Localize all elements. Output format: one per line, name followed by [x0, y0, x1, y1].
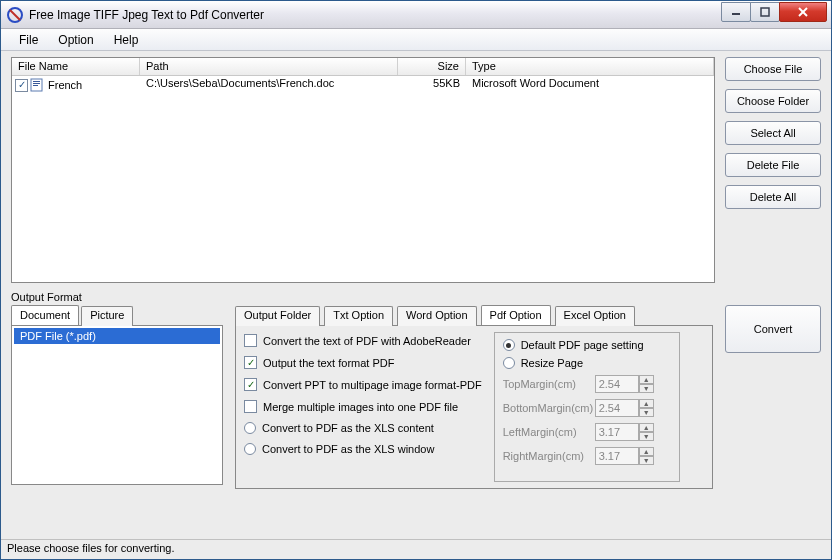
svg-rect-6 [33, 81, 40, 82]
rb-resize-page[interactable]: Resize Page [503, 357, 671, 369]
tab-word-option[interactable]: Word Option [397, 306, 477, 326]
top-margin-input[interactable] [595, 375, 639, 393]
top-row: File Name Path Size Type ✓ French [11, 57, 821, 283]
window-controls [722, 2, 827, 22]
bottom-margin-input[interactable] [595, 399, 639, 417]
col-size[interactable]: Size [398, 58, 466, 75]
svg-rect-2 [761, 8, 769, 16]
format-item-pdf[interactable]: PDF File (*.pdf) [14, 328, 220, 344]
app-window: Free Image TIFF Jpeg Text to Pdf Convert… [0, 0, 832, 560]
tab-excel-option[interactable]: Excel Option [555, 306, 635, 326]
top-margin-row: TopMargin(cm)▲▼ [503, 375, 671, 393]
spin-buttons[interactable]: ▲▼ [639, 447, 654, 465]
menu-file[interactable]: File [9, 30, 48, 50]
menu-option[interactable]: Option [48, 30, 103, 50]
delete-all-button[interactable]: Delete All [725, 185, 821, 209]
select-all-button[interactable]: Select All [725, 121, 821, 145]
format-list[interactable]: PDF File (*.pdf) [14, 328, 220, 482]
format-body: PDF File (*.pdf) [11, 325, 223, 485]
rb-xls-content[interactable]: Convert to PDF as the XLS content [244, 422, 482, 434]
tab-picture[interactable]: Picture [81, 306, 133, 326]
cell-size: 55KB [398, 77, 466, 93]
side-buttons: Choose File Choose Folder Select All Del… [725, 57, 821, 283]
option-body: Convert the text of PDF with AdobeReader… [235, 325, 713, 489]
col-type[interactable]: Type [466, 58, 714, 75]
left-margin-row: LeftMargin(cm)▲▼ [503, 423, 671, 441]
format-tabs: Document Picture PDF File (*.pdf) [11, 305, 223, 485]
row-checkbox[interactable]: ✓ [15, 79, 28, 92]
spin-buttons[interactable]: ▲▼ [639, 423, 654, 441]
cb-adobe-reader[interactable]: Convert the text of PDF with AdobeReader [244, 334, 482, 347]
client-area: File Name Path Size Type ✓ French [1, 51, 831, 539]
spin-buttons[interactable]: ▲▼ [639, 399, 654, 417]
radio-icon[interactable] [244, 422, 256, 434]
rb-xls-window[interactable]: Convert to PDF as the XLS window [244, 443, 482, 455]
radio-icon[interactable] [244, 443, 256, 455]
checkbox-icon[interactable]: ✓ [244, 378, 257, 391]
minimize-button[interactable] [721, 2, 751, 22]
left-margin-input[interactable] [595, 423, 639, 441]
choose-file-button[interactable]: Choose File [725, 57, 821, 81]
option-tabs: Output Folder Txt Option Word Option Pdf… [235, 305, 713, 489]
menu-help[interactable]: Help [104, 30, 149, 50]
mid-row: Document Picture PDF File (*.pdf) Output… [11, 305, 821, 489]
checkbox-icon[interactable] [244, 334, 257, 347]
cb-output-text[interactable]: ✓Output the text format PDF [244, 356, 482, 369]
right-margin-row: RightMargin(cm)▲▼ [503, 447, 671, 465]
close-button[interactable] [779, 2, 827, 22]
file-list[interactable]: File Name Path Size Type ✓ French [11, 57, 715, 283]
list-header: File Name Path Size Type [12, 58, 714, 76]
list-rows: ✓ French C:\Users\Seba\Documents\French.… [12, 76, 714, 282]
titlebar: Free Image TIFF Jpeg Text to Pdf Convert… [1, 1, 831, 29]
bottom-margin-row: BottomMargin(cm)▲▼ [503, 399, 671, 417]
option-tabstrip: Output Folder Txt Option Word Option Pdf… [235, 305, 713, 325]
window-title: Free Image TIFF Jpeg Text to Pdf Convert… [29, 8, 722, 22]
radio-icon[interactable] [503, 357, 515, 369]
cell-name: ✓ French [12, 77, 140, 93]
rb-default-page[interactable]: Default PDF page setting [503, 339, 671, 351]
cb-merge-images[interactable]: Merge multiple images into one PDF file [244, 400, 482, 413]
radio-icon[interactable] [503, 339, 515, 351]
delete-file-button[interactable]: Delete File [725, 153, 821, 177]
svg-rect-7 [33, 83, 40, 84]
tab-txt-option[interactable]: Txt Option [324, 306, 393, 326]
checkbox-icon[interactable] [244, 400, 257, 413]
table-row[interactable]: ✓ French C:\Users\Seba\Documents\French.… [12, 76, 714, 93]
cell-name-text: French [48, 79, 82, 91]
format-tabstrip: Document Picture [11, 305, 223, 325]
checkbox-icon[interactable]: ✓ [244, 356, 257, 369]
col-name[interactable]: File Name [12, 58, 140, 75]
pdf-right-group: Default PDF page setting Resize Page Top… [494, 332, 680, 482]
convert-column: Convert [725, 305, 821, 353]
tab-document[interactable]: Document [11, 305, 79, 325]
cell-type: Microsoft Word Document [466, 77, 714, 93]
svg-rect-8 [33, 85, 38, 86]
word-doc-icon [30, 78, 46, 92]
app-icon [7, 7, 23, 23]
pdf-left-options: Convert the text of PDF with AdobeReader… [244, 332, 482, 482]
choose-folder-button[interactable]: Choose Folder [725, 89, 821, 113]
right-margin-input[interactable] [595, 447, 639, 465]
statusbar: Please choose files for converting. [1, 539, 831, 559]
col-path[interactable]: Path [140, 58, 398, 75]
cell-path: C:\Users\Seba\Documents\French.doc [140, 77, 398, 93]
output-format-label: Output Format [11, 291, 821, 303]
maximize-button[interactable] [750, 2, 780, 22]
spin-buttons[interactable]: ▲▼ [639, 375, 654, 393]
tab-pdf-option[interactable]: Pdf Option [481, 305, 551, 325]
tab-output-folder[interactable]: Output Folder [235, 306, 320, 326]
menubar: File Option Help [1, 29, 831, 51]
convert-button[interactable]: Convert [725, 305, 821, 353]
cb-ppt-multipage[interactable]: ✓Convert PPT to multipage image format-P… [244, 378, 482, 391]
